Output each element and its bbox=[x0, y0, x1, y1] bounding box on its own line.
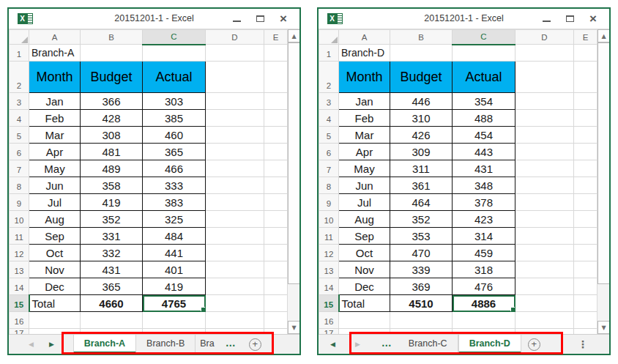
cell-A1[interactable]: Branch-A bbox=[29, 45, 81, 62]
cell-E6[interactable] bbox=[264, 144, 288, 160]
cell-D12[interactable] bbox=[515, 245, 574, 261]
cell-A7[interactable]: May bbox=[29, 160, 81, 177]
cell-D6[interactable] bbox=[206, 144, 264, 160]
cell-E17[interactable] bbox=[574, 329, 597, 335]
cell-B1[interactable] bbox=[81, 45, 143, 62]
cell-B14[interactable]: 365 bbox=[81, 278, 143, 295]
column-header-B[interactable]: B bbox=[81, 30, 143, 45]
cell-D15[interactable] bbox=[206, 295, 264, 312]
column-header-D[interactable]: D bbox=[206, 30, 264, 45]
cell-C13[interactable]: 401 bbox=[143, 261, 206, 278]
cell-E12[interactable] bbox=[264, 245, 288, 261]
row-header-5[interactable]: 5 bbox=[10, 127, 29, 144]
row-header-8[interactable]: 8 bbox=[319, 177, 339, 194]
cell-B13[interactable]: 339 bbox=[390, 261, 453, 278]
row-header-2[interactable]: 2 bbox=[319, 62, 339, 93]
cell-D10[interactable] bbox=[515, 211, 574, 228]
cell-B13[interactable]: 431 bbox=[81, 261, 143, 278]
row-header-1[interactable]: 1 bbox=[319, 45, 339, 62]
close-button[interactable]: × bbox=[581, 9, 605, 29]
cell-E4[interactable] bbox=[264, 110, 288, 127]
cell-E11[interactable] bbox=[574, 228, 597, 245]
row-header-12[interactable]: 12 bbox=[10, 245, 29, 261]
cell-E13[interactable] bbox=[574, 261, 597, 278]
cell-B11[interactable]: 331 bbox=[81, 228, 143, 245]
tab-nav-right-icon[interactable]: ▶ bbox=[355, 341, 360, 348]
row-header-1[interactable]: 1 bbox=[10, 45, 29, 62]
cell-D12[interactable] bbox=[206, 245, 264, 261]
column-header-A[interactable]: A bbox=[339, 30, 390, 45]
cell-E12[interactable] bbox=[574, 245, 597, 261]
cell-B8[interactable]: 358 bbox=[81, 177, 143, 194]
cell-C8[interactable]: 348 bbox=[453, 177, 515, 194]
row-header-17[interactable]: 17 bbox=[10, 329, 29, 335]
minimize-button[interactable] bbox=[535, 9, 558, 29]
cell-D16[interactable] bbox=[206, 312, 264, 329]
cell-C17[interactable] bbox=[143, 329, 206, 335]
cell-B8[interactable]: 361 bbox=[390, 177, 453, 194]
cell-C13[interactable]: 318 bbox=[453, 261, 515, 278]
scroll-down-icon[interactable]: ▼ bbox=[288, 321, 299, 334]
row-header-15[interactable]: 15 bbox=[319, 295, 339, 312]
row-header-14[interactable]: 14 bbox=[319, 278, 339, 295]
cell-D10[interactable] bbox=[206, 211, 264, 228]
cell-C16[interactable] bbox=[453, 312, 515, 329]
cell-E16[interactable] bbox=[574, 312, 597, 329]
cell-A8[interactable]: Jun bbox=[29, 177, 81, 194]
cell-E11[interactable] bbox=[264, 228, 288, 245]
cell-D13[interactable] bbox=[515, 261, 574, 278]
cell-C6[interactable]: 365 bbox=[143, 144, 206, 160]
cell-B6[interactable]: 309 bbox=[390, 144, 453, 160]
cell-A14[interactable]: Dec bbox=[339, 278, 390, 295]
sheet-tab-branch-d[interactable]: Branch-D bbox=[458, 335, 521, 354]
cell-C15[interactable]: 4765 bbox=[143, 295, 206, 312]
cell-B10[interactable]: 352 bbox=[390, 211, 453, 228]
cell-C11[interactable]: 314 bbox=[453, 228, 515, 245]
row-header-6[interactable]: 6 bbox=[10, 144, 29, 160]
cell-A17[interactable] bbox=[29, 329, 81, 335]
cell-B12[interactable]: 470 bbox=[390, 245, 453, 261]
cell-E1[interactable] bbox=[574, 45, 597, 62]
cell-E8[interactable] bbox=[574, 177, 597, 194]
cell-B2[interactable]: Budget bbox=[390, 62, 453, 93]
minimize-button[interactable] bbox=[225, 9, 248, 29]
cell-D11[interactable] bbox=[206, 228, 264, 245]
cell-D3[interactable] bbox=[515, 93, 574, 110]
row-header-17[interactable]: 17 bbox=[319, 329, 339, 335]
cell-B17[interactable] bbox=[390, 329, 453, 335]
cell-C5[interactable]: 460 bbox=[143, 127, 206, 144]
cell-A10[interactable]: Aug bbox=[29, 211, 81, 228]
cell-E15[interactable] bbox=[574, 295, 597, 312]
cell-A4[interactable]: Feb bbox=[29, 110, 81, 127]
cell-C15[interactable]: 4886 bbox=[453, 295, 515, 312]
cell-A1[interactable]: Branch-D bbox=[339, 45, 390, 62]
cell-D5[interactable] bbox=[206, 127, 264, 144]
cell-D17[interactable] bbox=[515, 329, 574, 335]
cell-A2[interactable]: Month bbox=[29, 62, 81, 93]
cell-D7[interactable] bbox=[515, 160, 574, 177]
cell-E4[interactable] bbox=[574, 110, 597, 127]
cell-C14[interactable]: 419 bbox=[143, 278, 206, 295]
cell-A6[interactable]: Apr bbox=[339, 144, 390, 160]
cell-C12[interactable]: 459 bbox=[453, 245, 515, 261]
cell-A3[interactable]: Jan bbox=[29, 93, 81, 110]
cell-C9[interactable]: 383 bbox=[143, 194, 206, 211]
cell-A16[interactable] bbox=[29, 312, 81, 329]
cell-E14[interactable] bbox=[264, 278, 288, 295]
cell-E8[interactable] bbox=[264, 177, 288, 194]
cell-C10[interactable]: 325 bbox=[143, 211, 206, 228]
scroll-up-icon[interactable]: ▲ bbox=[288, 29, 299, 42]
column-header-E[interactable]: E bbox=[264, 30, 288, 45]
cell-A14[interactable]: Dec bbox=[29, 278, 81, 295]
cell-B12[interactable]: 332 bbox=[81, 245, 143, 261]
cell-B16[interactable] bbox=[81, 312, 143, 329]
cell-A6[interactable]: Apr bbox=[29, 144, 81, 160]
cell-E3[interactable] bbox=[574, 93, 597, 110]
row-header-9[interactable]: 9 bbox=[10, 194, 29, 211]
cell-E2[interactable] bbox=[574, 62, 597, 93]
column-header-D[interactable]: D bbox=[515, 30, 574, 45]
row-header-6[interactable]: 6 bbox=[319, 144, 339, 160]
cell-B2[interactable]: Budget bbox=[81, 62, 143, 93]
maximize-button[interactable] bbox=[248, 9, 272, 29]
cell-D3[interactable] bbox=[206, 93, 264, 110]
